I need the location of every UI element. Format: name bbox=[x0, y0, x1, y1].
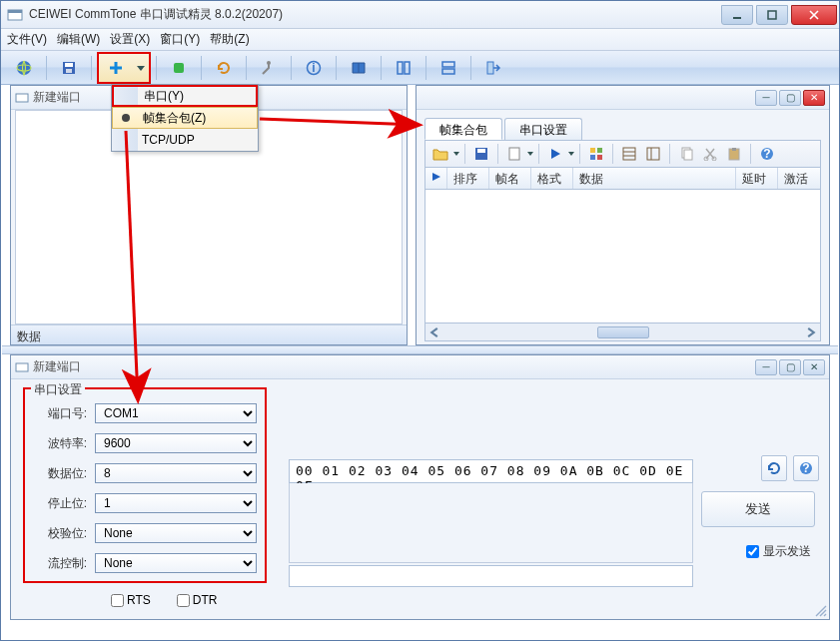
svg-rect-24 bbox=[477, 149, 485, 153]
svg-rect-25 bbox=[509, 148, 519, 160]
svg-rect-40 bbox=[732, 148, 736, 151]
book-button[interactable] bbox=[342, 54, 376, 82]
cut-button[interactable] bbox=[699, 143, 721, 165]
checkbox-rts[interactable]: RTS bbox=[111, 593, 151, 607]
open-button[interactable] bbox=[429, 143, 451, 165]
col-active[interactable]: 激活 bbox=[778, 168, 820, 189]
resize-grip-icon[interactable] bbox=[813, 603, 827, 617]
tab-frame-set[interactable]: 帧集合包 bbox=[424, 118, 502, 140]
svg-text:i: i bbox=[312, 61, 315, 75]
select-baud[interactable]: 9600 bbox=[95, 433, 257, 453]
checkbox-show-send[interactable]: 显示发送 bbox=[746, 543, 811, 560]
svg-point-6 bbox=[17, 61, 31, 75]
pane-b-title: 新建端口 bbox=[33, 358, 755, 375]
pane-b-close[interactable]: ✕ bbox=[803, 359, 825, 375]
frame-table-body bbox=[424, 190, 821, 323]
label-baud: 波特率: bbox=[33, 435, 87, 452]
svg-point-14 bbox=[267, 61, 271, 65]
select-port[interactable]: COM1 bbox=[95, 403, 257, 423]
pane-b-minimize[interactable]: ─ bbox=[755, 359, 777, 375]
send-button[interactable]: 发送 bbox=[701, 491, 815, 527]
window-title: CEIWEI CommTone 串口调试精灵 8.0.2(20207) bbox=[29, 6, 718, 23]
frame-table-header: 排序 帧名 格式 数据 延时 激活 bbox=[424, 168, 821, 190]
pane-new-port-bottom: 新建端口 ─ ▢ ✕ 串口设置 端口号:COM1 波特率:9600 数据位:8 … bbox=[10, 354, 830, 620]
tile-v-button[interactable] bbox=[387, 54, 420, 82]
pane-tl-status: 数据 bbox=[11, 324, 407, 344]
menu-edit[interactable]: 编辑(W) bbox=[57, 31, 100, 48]
select-flow[interactable]: None bbox=[95, 553, 257, 573]
pane-tr-maximize[interactable]: ▢ bbox=[779, 90, 801, 106]
bullet-icon bbox=[122, 114, 130, 122]
menu-file[interactable]: 文件(V) bbox=[7, 31, 47, 48]
reload-button[interactable] bbox=[761, 455, 787, 481]
run-button[interactable] bbox=[162, 54, 196, 82]
svg-rect-28 bbox=[590, 155, 595, 160]
paste-button[interactable] bbox=[723, 143, 745, 165]
label-parity: 校验位: bbox=[33, 525, 87, 542]
exit-button[interactable] bbox=[476, 54, 510, 82]
window-maximize-button[interactable] bbox=[756, 5, 788, 25]
svg-text:?: ? bbox=[763, 147, 770, 161]
select-databits[interactable]: 8 bbox=[95, 463, 257, 483]
svg-rect-22 bbox=[16, 94, 28, 102]
hex-display: 00 01 02 03 04 05 06 07 08 09 0A 0B 0C 0… bbox=[289, 459, 693, 483]
main-toolbar: i bbox=[1, 51, 839, 85]
col-delay[interactable]: 延时 bbox=[736, 168, 778, 189]
col-name[interactable]: 帧名 bbox=[489, 168, 531, 189]
refresh-button[interactable] bbox=[207, 54, 241, 82]
save2-button[interactable] bbox=[470, 143, 492, 165]
play-icon bbox=[431, 172, 441, 182]
copy-button[interactable] bbox=[675, 143, 697, 165]
list-button[interactable] bbox=[642, 143, 664, 165]
pane-tr-toolbar: ? bbox=[424, 140, 821, 168]
menubar: 文件(V) 编辑(W) 设置(X) 窗口(Y) 帮助(Z) bbox=[1, 29, 839, 51]
window-minimize-button[interactable] bbox=[721, 5, 753, 25]
svg-rect-29 bbox=[597, 155, 602, 160]
batch-button[interactable] bbox=[585, 143, 607, 165]
help2-button[interactable]: ? bbox=[793, 455, 819, 481]
new-doc-button[interactable] bbox=[503, 143, 525, 165]
col-data[interactable]: 数据 bbox=[573, 168, 736, 189]
menu-help[interactable]: 帮助(Z) bbox=[210, 31, 249, 48]
svg-rect-21 bbox=[487, 62, 493, 74]
svg-rect-20 bbox=[442, 69, 454, 74]
h-scrollbar[interactable] bbox=[424, 323, 821, 341]
pane-tr-close[interactable]: ✕ bbox=[803, 90, 825, 106]
svg-rect-36 bbox=[684, 150, 692, 160]
window-close-button[interactable] bbox=[791, 5, 837, 25]
port-icon bbox=[15, 360, 29, 374]
menu-item-tcp[interactable]: TCP/UDP bbox=[112, 129, 258, 151]
new-dropdown-button[interactable] bbox=[97, 52, 151, 84]
globe-button[interactable] bbox=[7, 54, 41, 82]
menu-item-serial[interactable]: 串口(Y) bbox=[112, 85, 258, 107]
select-parity[interactable]: None bbox=[95, 523, 257, 543]
tile-h-button[interactable] bbox=[431, 54, 465, 82]
menu-window[interactable]: 窗口(Y) bbox=[160, 31, 200, 48]
select-stopbits[interactable]: 1 bbox=[95, 493, 257, 513]
col-format[interactable]: 格式 bbox=[531, 168, 573, 189]
save-button[interactable] bbox=[52, 54, 86, 82]
svg-rect-18 bbox=[405, 62, 410, 74]
menu-settings[interactable]: 设置(X) bbox=[110, 31, 150, 48]
label-stopbits: 停止位: bbox=[33, 495, 87, 512]
help-button[interactable]: ? bbox=[756, 143, 778, 165]
pane-tr-minimize[interactable]: ─ bbox=[755, 90, 777, 106]
svg-rect-30 bbox=[623, 148, 635, 160]
col-order[interactable]: 排序 bbox=[447, 168, 489, 189]
pane-b-maximize[interactable]: ▢ bbox=[779, 359, 801, 375]
menu-item-frame[interactable]: 帧集合包(Z) bbox=[112, 107, 258, 129]
label-flow: 流控制: bbox=[33, 555, 87, 572]
label-databits: 数据位: bbox=[33, 465, 87, 482]
checkbox-dtr[interactable]: DTR bbox=[177, 593, 218, 607]
send-textarea[interactable] bbox=[289, 565, 693, 587]
grid-button[interactable] bbox=[618, 143, 640, 165]
play-button[interactable] bbox=[544, 143, 566, 165]
info-button[interactable]: i bbox=[297, 54, 331, 82]
h-splitter[interactable] bbox=[2, 345, 838, 354]
scrollbar-thumb[interactable] bbox=[597, 326, 649, 338]
tool-button[interactable] bbox=[252, 54, 286, 82]
tab-serial-settings[interactable]: 串口设置 bbox=[504, 118, 582, 140]
svg-rect-27 bbox=[597, 148, 602, 153]
fieldset-legend: 串口设置 bbox=[31, 381, 85, 398]
label-port: 端口号: bbox=[33, 405, 87, 422]
